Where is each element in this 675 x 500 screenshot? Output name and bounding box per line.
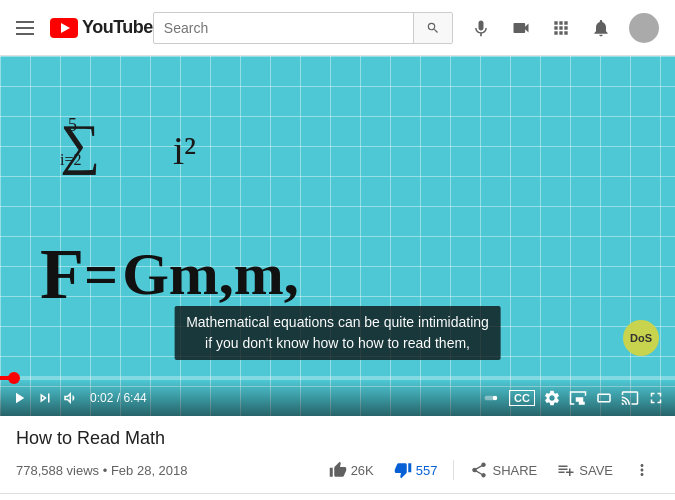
sigma-formula: 5 ∑ i=2 i²	[60, 116, 196, 172]
save-label: SAVE	[579, 463, 613, 478]
hamburger-line	[16, 33, 34, 35]
video-player: 5 ∑ i=2 i² F = Gm,m, Mathematical equati…	[0, 56, 675, 416]
cc-button[interactable]: CC	[509, 390, 535, 406]
video-stats: 778,588 views • Feb 28, 2018	[16, 463, 188, 478]
hamburger-line	[16, 27, 34, 29]
video-subtitle: Mathematical equations can be quite inti…	[174, 306, 501, 360]
like-count: 26K	[351, 463, 374, 478]
bottom-formula: F = Gm,m,	[40, 233, 299, 316]
volume-button[interactable]	[62, 389, 80, 407]
dislike-count: 557	[416, 463, 438, 478]
imgflip-credit: imgflip.com	[0, 494, 675, 500]
youtube-logo-icon	[50, 18, 78, 38]
search-bar	[153, 12, 453, 44]
like-button[interactable]: 26K	[321, 455, 382, 485]
more-options-button[interactable]	[625, 455, 659, 485]
thumbs-up-icon	[329, 461, 347, 479]
math-formula: 5 ∑ i=2 i²	[60, 116, 196, 172]
save-button[interactable]: SAVE	[549, 455, 621, 485]
more-horiz-icon	[633, 461, 651, 479]
video-controls: 0:02 / 6:44 CC	[0, 380, 675, 416]
hamburger-line	[16, 21, 34, 23]
save-icon	[557, 461, 575, 479]
settings-button[interactable]	[543, 389, 561, 407]
video-info: How to Read Math 778,588 views • Feb 28,…	[0, 416, 675, 494]
dos-label: DoS	[630, 332, 652, 344]
next-button[interactable]	[36, 389, 54, 407]
view-count: 778,588 views	[16, 463, 99, 478]
video-meta-row: 778,588 views • Feb 28, 2018 26K 557 SHA…	[16, 455, 659, 485]
controls-right: CC	[483, 389, 665, 407]
subtitle-line1: Mathematical equations can be quite inti…	[186, 314, 489, 330]
cast-button[interactable]	[621, 389, 639, 407]
cc-label: CC	[514, 392, 530, 404]
formula-equals: =	[84, 240, 118, 309]
formula-f: F	[40, 233, 84, 316]
mini-player-icon	[569, 389, 587, 407]
sigma-term: i²	[173, 128, 196, 173]
youtube-logo-text: YouTube	[82, 17, 153, 38]
skip-next-icon	[36, 389, 54, 407]
theater-mode-button[interactable]	[595, 389, 613, 407]
time-display: 0:02 / 6:44	[90, 391, 147, 405]
total-time: 6:44	[123, 391, 146, 405]
fullscreen-button[interactable]	[647, 389, 665, 407]
hamburger-button[interactable]	[16, 21, 34, 35]
formula-gm: Gm,m,	[122, 240, 299, 309]
search-icon	[426, 21, 440, 35]
theater-icon	[595, 389, 613, 407]
volume-icon	[62, 389, 80, 407]
search-input[interactable]	[154, 20, 413, 36]
dos-watermark: DoS	[623, 320, 659, 356]
stats-separator: •	[103, 463, 111, 478]
upload-icon[interactable]	[509, 16, 533, 40]
cast-icon	[621, 389, 639, 407]
settings-icon	[543, 389, 561, 407]
play-icon	[10, 389, 28, 407]
autoplay-icon	[483, 389, 501, 407]
autoplay-toggle[interactable]	[483, 389, 501, 407]
mini-player-button[interactable]	[569, 389, 587, 407]
fullscreen-icon	[647, 389, 665, 407]
logo-area[interactable]: YouTube	[50, 17, 153, 38]
share-icon	[470, 461, 488, 479]
upload-date: Feb 28, 2018	[111, 463, 188, 478]
share-button[interactable]: SHARE	[462, 455, 545, 485]
mic-icon[interactable]	[469, 16, 493, 40]
header: YouTube	[0, 0, 675, 56]
video-actions: 26K 557 SHARE SAVE	[321, 455, 659, 485]
current-time: 0:02	[90, 391, 113, 405]
notifications-icon[interactable]	[589, 16, 613, 40]
search-button[interactable]	[413, 13, 452, 43]
sigma-subscript: i=2	[60, 152, 81, 168]
actions-divider	[453, 460, 454, 480]
play-button[interactable]	[10, 389, 28, 407]
apps-icon[interactable]	[549, 16, 573, 40]
sigma-superscript: 5	[68, 116, 77, 134]
share-label: SHARE	[492, 463, 537, 478]
avatar[interactable]	[629, 13, 659, 43]
svg-point-3	[493, 396, 498, 401]
header-right	[469, 13, 659, 43]
thumbs-down-icon	[394, 461, 412, 479]
dislike-button[interactable]: 557	[386, 455, 446, 485]
video-title: How to Read Math	[16, 428, 659, 449]
subtitle-line2: if you don't know how to how to read the…	[205, 335, 470, 351]
